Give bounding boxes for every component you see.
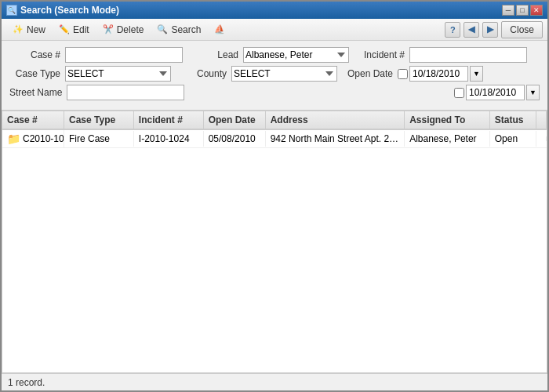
cell-extra: [536, 136, 547, 141]
delete-icon: ✂️: [102, 24, 115, 36]
toolbar: ✨ New ✏️ Edit ✂️ Delete 🔍 Search ⛵ ? ◀ ▶…: [2, 19, 547, 41]
title-buttons: ─ □ ✕: [502, 5, 543, 16]
title-bar-left: 🔍 Search (Search Mode): [6, 5, 119, 16]
folder-icon: 📁: [7, 132, 20, 145]
form-row-3: Street Name ▼: [9, 85, 540, 100]
minimize-button[interactable]: ─: [502, 5, 514, 16]
col-header-status[interactable]: Status: [490, 111, 536, 129]
incident-input[interactable]: [409, 47, 527, 63]
incident-label: Incident #: [354, 49, 405, 60]
window-icon: 🔍: [6, 5, 17, 16]
col-header-case-num[interactable]: Case #: [2, 111, 64, 129]
col-header-assigned-to[interactable]: Assigned To: [405, 111, 490, 129]
lead-select[interactable]: Albanese, Peter Smith, John Jones, Mary: [243, 47, 349, 63]
col-header-address[interactable]: Address: [266, 111, 405, 129]
edit-button[interactable]: ✏️ Edit: [53, 21, 95, 38]
street-name-label: Street Name: [9, 87, 62, 98]
lead-group: Lead Albanese, Peter Smith, John Jones, …: [187, 47, 349, 63]
title-bar: 🔍 Search (Search Mode) ─ □ ✕: [2, 2, 547, 19]
cell-case-type: Fire Case: [64, 131, 134, 147]
county-select[interactable]: SELECT County A County B: [231, 66, 337, 82]
delete-label: Delete: [117, 24, 144, 35]
search-button[interactable]: 🔍 Search: [151, 21, 206, 38]
new-button[interactable]: ✨ New: [6, 21, 51, 38]
open-date-input-group2: ▼: [454, 85, 540, 100]
close-button[interactable]: Close: [501, 21, 543, 38]
forward-button[interactable]: ▶: [482, 22, 498, 38]
cell-status: Open: [490, 131, 536, 147]
main-window: 🔍 Search (Search Mode) ─ □ ✕ ✨ New ✏️ Ed…: [0, 0, 549, 392]
col-header-extra: [536, 111, 547, 129]
open-date-group: Open Date ▼: [342, 66, 483, 82]
incident-group: Incident #: [354, 47, 527, 63]
new-label: New: [27, 24, 45, 35]
refresh-button[interactable]: ⛵: [208, 21, 231, 38]
table-row[interactable]: 📁 C2010-1024 Fire Case I-2010-1024 05/08…: [2, 130, 547, 148]
case-type-label: Case Type: [9, 68, 60, 79]
help-button[interactable]: ?: [445, 22, 460, 38]
open-date-arrow1[interactable]: ▼: [470, 66, 483, 82]
street-name-input[interactable]: [67, 85, 184, 100]
delete-button[interactable]: ✂️ Delete: [96, 21, 150, 38]
cell-address: 942 North Main Street Apt. 223: [266, 131, 405, 147]
search-form: Case # Lead Albanese, Peter Smith, John …: [2, 41, 547, 111]
cell-open-date: 05/08/2010: [204, 131, 266, 147]
status-bar: 1 record.: [2, 373, 547, 390]
results-grid: Case # Case Type Incident # Open Date Ad…: [2, 111, 547, 373]
grid-body: 📁 C2010-1024 Fire Case I-2010-1024 05/08…: [2, 130, 547, 372]
open-date-input-group: ▼: [398, 66, 483, 82]
county-label: County: [176, 68, 227, 79]
lead-label: Lead: [187, 49, 238, 60]
col-header-incident-num[interactable]: Incident #: [134, 111, 204, 129]
open-date-input2[interactable]: [466, 85, 525, 100]
new-icon: ✨: [12, 24, 24, 36]
toolbar-right: ? ◀ ▶ Close: [445, 21, 543, 38]
status-text: 1 record.: [8, 377, 45, 388]
grid-header: Case # Case Type Incident # Open Date Ad…: [2, 111, 547, 130]
maximize-button[interactable]: □: [516, 5, 529, 16]
form-row-2: Case Type SELECT Fire Case Medical Case …: [9, 66, 540, 82]
cell-case-num: 📁 C2010-1024: [2, 130, 64, 147]
edit-label: Edit: [73, 24, 89, 35]
open-date-group2: ▼: [454, 85, 540, 100]
open-date-input1[interactable]: [409, 66, 468, 82]
county-group: County SELECT County A County B: [176, 66, 337, 82]
search-icon: 🔍: [156, 24, 169, 36]
window-title: Search (Search Mode): [20, 5, 119, 16]
refresh-icon: ⛵: [213, 24, 226, 36]
cell-assigned-to: Albanese, Peter: [405, 131, 490, 147]
open-date-checkbox2[interactable]: [454, 88, 464, 98]
col-header-open-date[interactable]: Open Date: [204, 111, 266, 129]
back-button[interactable]: ◀: [464, 22, 479, 38]
open-date-label: Open Date: [342, 68, 393, 79]
open-date-arrow2[interactable]: ▼: [526, 85, 540, 100]
window-close-button[interactable]: ✕: [530, 5, 543, 16]
open-date-checkbox[interactable]: [398, 69, 408, 79]
edit-icon: ✏️: [58, 24, 71, 36]
col-header-case-type[interactable]: Case Type: [64, 111, 134, 129]
case-num-label: Case #: [9, 49, 60, 60]
case-type-select[interactable]: SELECT Fire Case Medical Case Criminal C…: [65, 66, 171, 82]
search-label: Search: [171, 24, 201, 35]
case-num-input[interactable]: [65, 47, 183, 63]
form-row-1: Case # Lead Albanese, Peter Smith, John …: [9, 47, 540, 63]
case-cell: 📁 C2010-1024: [7, 132, 59, 145]
cell-incident-num: I-2010-1024: [134, 131, 204, 147]
